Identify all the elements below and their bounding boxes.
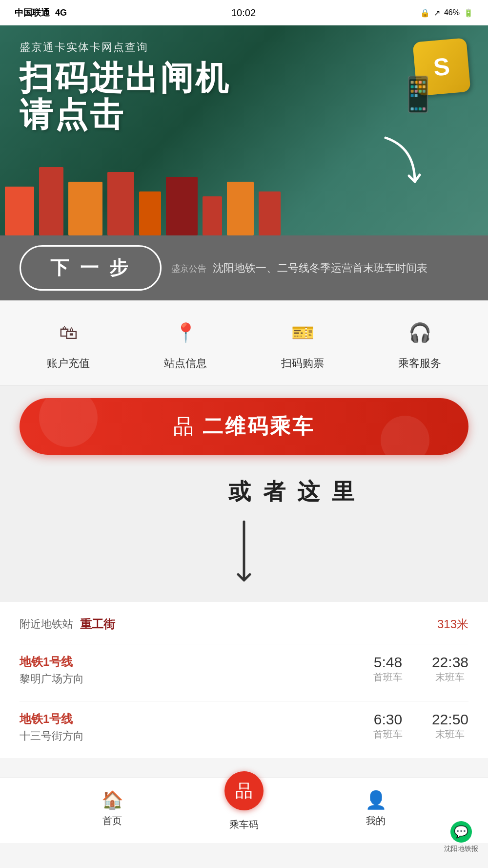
nearby-distance: 313米 xyxy=(437,616,468,632)
action-scan-ticket[interactable]: 🎫 扫码购票 xyxy=(281,315,324,371)
bottom-nav: 🏠 首页 品 乘车码 👤 我的 xyxy=(0,778,488,843)
metro-line-1-direction: 黎明广场方向 xyxy=(20,672,84,686)
announcement-text: 沈阳地铁一、二号线冬季运营首末班车时间表 xyxy=(213,262,427,274)
metro-line-2-direction: 十三号街方向 xyxy=(20,729,84,743)
recharge-label: 账户充值 xyxy=(47,356,90,371)
qr-ride-label: 二维码乘车 xyxy=(203,413,315,440)
wechat-float-badge[interactable]: 💬 沈阳地铁报 xyxy=(444,821,478,853)
wechat-icon: 💬 xyxy=(450,821,472,843)
svg-rect-8 xyxy=(259,191,281,235)
metro-line-2-block: 地铁1号线 十三号街方向 6:30 首班车 22:50 末班车 xyxy=(20,701,468,758)
announcement-row: 盛京公告 沈阳地铁一、二号线冬季运营首末班车时间表 xyxy=(171,261,427,275)
metro-line-1-times: 5:48 首班车 22:38 末班车 xyxy=(373,654,468,684)
metro-line-1-header: 地铁1号线 黎明广场方向 5:48 首班车 22:38 末班车 xyxy=(20,654,468,686)
announcement-prefix: 盛京公告 xyxy=(171,264,206,274)
qr-ride-button[interactable]: 品 二维码乘车 xyxy=(20,398,468,455)
nearby-station-name: 重工街 xyxy=(80,616,115,632)
metro-line-1-last: 22:38 末班车 xyxy=(432,654,468,684)
next-step-button[interactable]: 下 一 步 xyxy=(20,245,162,291)
metro-line-2-name: 地铁1号线 xyxy=(20,711,84,727)
svg-rect-1 xyxy=(39,167,63,235)
carrier-network: 中国联通 4G xyxy=(15,7,67,19)
or-here-annotation: 或 者 这 里 xyxy=(0,472,488,507)
svg-rect-7 xyxy=(227,182,254,235)
svg-rect-4 xyxy=(139,191,161,235)
step-announcement-row: 下 一 步 盛京公告 沈阳地铁一、二号线冬季运营首末班车时间表 xyxy=(0,235,488,300)
quick-actions-bar: 🛍 账户充值 📍 站点信息 🎫 扫码购票 🎧 乘客服务 xyxy=(0,300,488,386)
qr-ride-section: 品 二维码乘车 xyxy=(0,386,488,467)
scan-ticket-icon: 🎫 xyxy=(285,315,320,350)
wechat-label: 沈阳地铁报 xyxy=(444,845,478,853)
curved-arrow-down xyxy=(215,517,273,595)
phone-scan-icon: 📱 xyxy=(397,74,439,114)
passenger-service-label: 乘客服务 xyxy=(398,356,441,371)
qr-ride-icon: 品 xyxy=(173,413,194,440)
center-qr-button[interactable]: 品 xyxy=(224,771,264,810)
action-recharge[interactable]: 🛍 账户充值 xyxy=(47,315,90,371)
nav-mine-label: 我的 xyxy=(366,814,386,827)
or-here-section: 或 者 这 里 xyxy=(0,467,488,602)
station-info-label: 站点信息 xyxy=(164,356,207,371)
center-qr-icon: 品 xyxy=(235,779,253,803)
svg-rect-2 xyxy=(68,182,102,235)
nearby-label: 附近地铁站 xyxy=(20,617,73,632)
arrow-annotation xyxy=(356,133,425,201)
nearby-header: 附近地铁站 重工街 313米 xyxy=(20,616,468,632)
svg-rect-0 xyxy=(5,187,34,235)
metro-line-2-first: 6:30 首班车 xyxy=(373,711,403,741)
curved-arrow-area xyxy=(0,507,488,602)
passenger-service-icon: 🎧 xyxy=(402,315,437,350)
svg-rect-6 xyxy=(203,196,222,235)
scan-ticket-label: 扫码购票 xyxy=(281,356,324,371)
metro-line-1-name: 地铁1号线 xyxy=(20,654,84,670)
status-icons: 🔒 ↗ 46% 🔋 xyxy=(420,8,473,18)
action-passenger-service[interactable]: 🎧 乘客服务 xyxy=(398,315,441,371)
nav-home-label: 首页 xyxy=(102,814,122,827)
metro-line-1-block: 地铁1号线 黎明广场方向 5:48 首班车 22:38 末班车 xyxy=(20,644,468,701)
gps-icon: ↗ xyxy=(434,8,440,18)
or-here-text: 或 者 这 里 xyxy=(228,479,357,504)
metro-line-2-header: 地铁1号线 十三号街方向 6:30 首班车 22:50 末班车 xyxy=(20,711,468,743)
svg-rect-5 xyxy=(166,177,198,235)
metro-line-1-first: 5:48 首班车 xyxy=(373,654,403,684)
location-icon: 🔒 xyxy=(420,8,430,18)
svg-rect-3 xyxy=(107,172,134,235)
hero-banner: 盛京通卡实体卡网点查询 扫码进出闸机请点击 S 📱 xyxy=(0,25,488,235)
home-icon: 🏠 xyxy=(102,790,123,810)
metro-line-2-last: 22:50 末班车 xyxy=(432,711,468,741)
nav-qr-label: 乘车码 xyxy=(229,818,259,831)
nav-home[interactable]: 🏠 首页 xyxy=(0,790,224,827)
action-station-info[interactable]: 📍 站点信息 xyxy=(164,315,207,371)
mine-icon: 👤 xyxy=(365,790,387,810)
metro-line-2-times: 6:30 首班车 22:50 末班车 xyxy=(373,711,468,741)
hero-subtitle: 盛京通卡实体卡网点查询 xyxy=(20,40,468,55)
battery-percent: 46% xyxy=(444,8,460,17)
status-time: 10:02 xyxy=(231,7,256,19)
station-info-icon: 📍 xyxy=(168,315,203,350)
nav-qr-center[interactable]: 品 乘车码 xyxy=(224,786,264,831)
nearby-station-section: 附近地铁站 重工街 313米 地铁1号线 黎明广场方向 5:48 首班车 22:… xyxy=(0,602,488,758)
battery-icon: 🔋 xyxy=(464,8,473,18)
recharge-icon: 🛍 xyxy=(51,315,86,350)
status-bar: 中国联通 4G 10:02 🔒 ↗ 46% 🔋 xyxy=(0,0,488,25)
